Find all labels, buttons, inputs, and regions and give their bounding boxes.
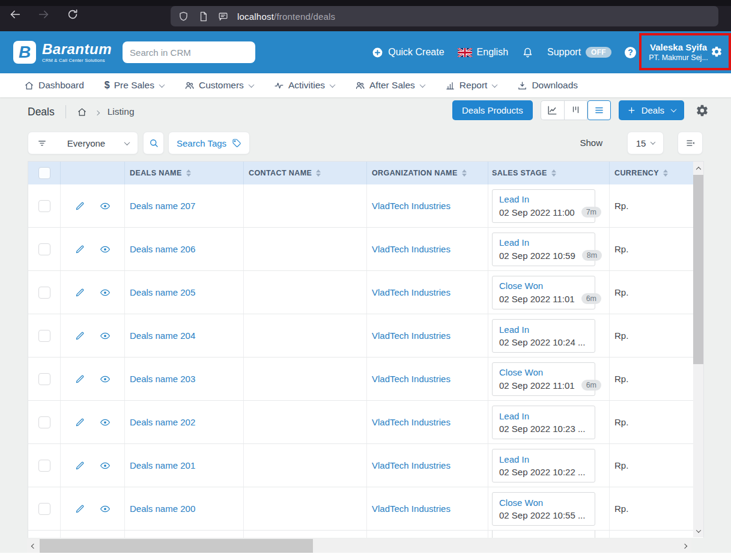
- page-settings-gear-icon[interactable]: [696, 104, 709, 117]
- edit-pencil-icon[interactable]: [74, 244, 85, 255]
- sort-icon[interactable]: [551, 169, 556, 177]
- sales-stage-box[interactable]: Close Won 02 Sep 2022 11:01 6m: [492, 362, 595, 396]
- brand-logo[interactable]: B Barantum CRM & Call Center Solutions: [13, 41, 112, 64]
- owner-filter-dropdown[interactable]: Everyone: [28, 132, 138, 154]
- edit-pencil-icon[interactable]: [74, 330, 85, 341]
- deals-name-link[interactable]: Deals name 200: [130, 504, 195, 514]
- edit-pencil-icon[interactable]: [74, 374, 85, 385]
- sales-stage-link[interactable]: Lead In: [499, 324, 588, 335]
- deals-name-link[interactable]: Deals name 206: [130, 244, 195, 254]
- horizontal-scrollbar-thumb[interactable]: [40, 539, 313, 553]
- deals-products-button[interactable]: Deals Products: [452, 100, 533, 120]
- search-button[interactable]: [143, 132, 164, 154]
- sales-stage-box[interactable]: Lead In 02 Sep 2022 10:59 8m: [492, 233, 595, 266]
- deals-name-link[interactable]: Deals name 204: [130, 330, 195, 341]
- column-header-contact-name[interactable]: CONTACT NAME: [244, 162, 367, 184]
- sales-stage-link[interactable]: Lead In: [499, 237, 588, 248]
- organization-name-link[interactable]: VladTech Industries: [372, 330, 450, 341]
- view-eye-icon[interactable]: [100, 330, 111, 341]
- browser-reload-icon[interactable]: [66, 8, 79, 21]
- browser-url-bar[interactable]: localhost/frontend/deals: [171, 6, 718, 26]
- browser-back-icon[interactable]: [8, 8, 22, 21]
- view-eye-icon[interactable]: [100, 460, 111, 471]
- column-header-organization-name[interactable]: ORGANIZATION NAME: [367, 162, 488, 184]
- scroll-left-arrow[interactable]: [28, 539, 39, 553]
- scroll-down-arrow[interactable]: [693, 525, 703, 537]
- nav-item-after-sales[interactable]: After Sales: [355, 80, 425, 91]
- horizontal-scrollbar[interactable]: [27, 539, 691, 553]
- deals-name-link[interactable]: Deals name 203: [130, 374, 195, 384]
- scroll-right-arrow[interactable]: [679, 539, 690, 553]
- kanban-view-button[interactable]: [564, 100, 587, 120]
- row-checkbox[interactable]: [38, 243, 50, 255]
- organization-name-link[interactable]: VladTech Industries: [372, 374, 450, 384]
- organization-name-link[interactable]: VladTech Industries: [372, 504, 450, 514]
- view-eye-icon[interactable]: [100, 417, 111, 428]
- quick-create-button[interactable]: Quick Create: [372, 47, 444, 58]
- deals-name-link[interactable]: Deals name 207: [130, 201, 195, 211]
- sort-icon[interactable]: [316, 169, 321, 177]
- sales-stage-link[interactable]: Close Won: [499, 498, 588, 508]
- nav-item-dashboard[interactable]: Dashboard: [24, 80, 84, 91]
- view-eye-icon[interactable]: [100, 244, 111, 255]
- message-bubble-icon[interactable]: [217, 11, 229, 22]
- chart-view-button[interactable]: [541, 100, 564, 120]
- organization-name-link[interactable]: VladTech Industries: [372, 244, 450, 254]
- row-checkbox[interactable]: [38, 330, 50, 342]
- browser-forward-icon[interactable]: [37, 8, 50, 21]
- view-eye-icon[interactable]: [100, 374, 111, 385]
- list-view-button[interactable]: [587, 100, 611, 120]
- nav-item-downloads[interactable]: Downloads: [517, 80, 578, 91]
- help-icon[interactable]: ?: [625, 47, 636, 58]
- row-checkbox[interactable]: [38, 200, 50, 212]
- page-size-select[interactable]: 15: [627, 132, 664, 154]
- row-checkbox[interactable]: [38, 373, 50, 385]
- edit-pencil-icon[interactable]: [74, 287, 85, 298]
- organization-name-link[interactable]: VladTech Industries: [372, 201, 450, 211]
- sales-stage-box[interactable]: Lead In 02 Sep 2022 10:23 ...: [492, 406, 595, 439]
- column-header-sales-stage[interactable]: SALES STAGE: [488, 162, 610, 184]
- edit-pencil-icon[interactable]: [74, 201, 85, 212]
- view-eye-icon[interactable]: [100, 201, 111, 212]
- sales-stage-box[interactable]: Close Won 02 Sep 2022 11:01 6m: [492, 276, 595, 309]
- search-tags-button[interactable]: Search Tags: [168, 132, 250, 154]
- column-header-deals-name[interactable]: DEALS NAME: [125, 162, 244, 184]
- vertical-scrollbar[interactable]: [693, 162, 703, 537]
- sort-icon[interactable]: [663, 169, 668, 177]
- deals-name-link[interactable]: Deals name 201: [130, 460, 195, 470]
- sales-stage-box[interactable]: Lead In 02 Sep 2022 11:00 7m: [492, 189, 595, 223]
- notifications-bell-icon[interactable]: [521, 46, 534, 59]
- edit-pencil-icon[interactable]: [74, 460, 85, 471]
- sales-stage-link[interactable]: Lead In: [499, 194, 588, 204]
- column-sort-button[interactable]: [678, 132, 703, 154]
- support-toggle[interactable]: Support OFF: [547, 47, 611, 58]
- edit-pencil-icon[interactable]: [74, 504, 85, 514]
- user-menu[interactable]: Valeska Syifa PT. Makmur Sej...: [639, 33, 731, 70]
- sales-stage-link[interactable]: Close Won: [499, 367, 588, 377]
- row-checkbox[interactable]: [38, 416, 50, 428]
- page-info-icon[interactable]: [198, 11, 209, 22]
- row-checkbox[interactable]: [38, 503, 50, 515]
- deals-name-link[interactable]: Deals name 205: [130, 287, 195, 297]
- sales-stage-link[interactable]: Lead In: [499, 411, 588, 421]
- column-header-currency[interactable]: CURRENCY: [610, 162, 703, 184]
- organization-name-link[interactable]: VladTech Industries: [372, 417, 450, 427]
- sort-icon[interactable]: [186, 169, 191, 177]
- organization-name-link[interactable]: VladTech Industries: [372, 460, 450, 470]
- nav-item-customers[interactable]: Customers: [184, 80, 253, 91]
- vertical-scrollbar-thumb[interactable]: [693, 175, 703, 364]
- nav-item-pre-sales[interactable]: $ Pre Sales: [105, 80, 164, 91]
- sales-stage-link[interactable]: Lead In: [499, 454, 588, 464]
- select-all-checkbox[interactable]: [38, 167, 50, 179]
- nav-item-report[interactable]: Report: [445, 80, 497, 91]
- sort-icon[interactable]: [462, 169, 467, 177]
- row-checkbox[interactable]: [38, 287, 50, 299]
- settings-gear-icon[interactable]: [711, 46, 723, 58]
- language-selector[interactable]: English: [458, 47, 508, 58]
- edit-pencil-icon[interactable]: [74, 417, 85, 428]
- sales-stage-link[interactable]: Close Won: [499, 281, 588, 291]
- sales-stage-box[interactable]: Lead In 02 Sep 2022 10:22 ...: [492, 449, 595, 482]
- sales-stage-box[interactable]: Lead In 02 Sep 2022 10:24 ...: [492, 319, 595, 353]
- deals-name-link[interactable]: Deals name 202: [130, 417, 195, 427]
- organization-name-link[interactable]: VladTech Industries: [372, 287, 450, 297]
